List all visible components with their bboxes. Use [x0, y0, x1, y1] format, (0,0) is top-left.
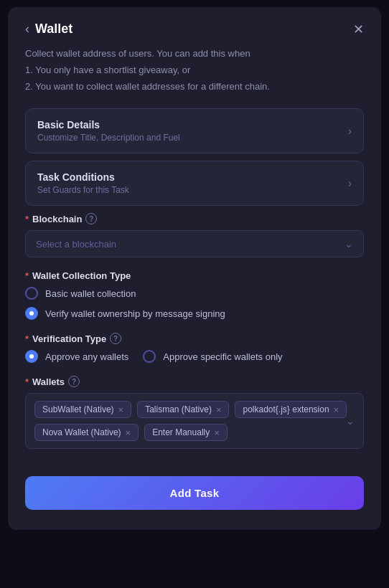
- blockchain-placeholder: Select a blockchain: [36, 239, 116, 250]
- wallets-section: * Wallets ? SubWallet (Native) × Talisma…: [25, 376, 364, 449]
- blockchain-label: * Blockchain ?: [25, 213, 364, 224]
- blockchain-help-icon[interactable]: ?: [85, 213, 97, 224]
- wallet-collection-type-label: * Wallet Collection Type: [25, 270, 364, 281]
- vt-any-radio[interactable]: [25, 350, 38, 363]
- wallet-collection-type-section: * Wallet Collection Type Basic wallet co…: [25, 270, 364, 320]
- wct-basic-label: Basic wallet collection: [45, 288, 136, 299]
- panel-header: ‹ Wallet ✕: [25, 22, 364, 37]
- add-task-button[interactable]: Add Task: [25, 476, 364, 510]
- vt-specific-option[interactable]: Approve specific wallets only: [143, 350, 282, 363]
- tag-subwallet-remove[interactable]: ×: [118, 405, 124, 414]
- task-conditions-chevron: ›: [348, 177, 352, 190]
- wct-verify-label: Verify wallet ownership by message signi…: [45, 308, 225, 319]
- panel-title: Wallet: [35, 22, 72, 37]
- basic-details-content: Basic Details Customize Title, Descripti…: [37, 119, 180, 143]
- tag-nova-label: Nova Wallet (Native): [42, 427, 121, 437]
- vt-any-option[interactable]: Approve any wallets: [25, 350, 128, 363]
- wallets-required-star: *: [25, 376, 29, 387]
- header-left: ‹ Wallet: [25, 22, 72, 37]
- tag-nova: Nova Wallet (Native) ×: [34, 424, 139, 441]
- wct-verify-radio[interactable]: [25, 307, 38, 320]
- wct-required-star: *: [25, 270, 29, 281]
- blockchain-select[interactable]: Select a blockchain ⌄: [25, 230, 364, 257]
- wallets-label-text: Wallets: [32, 376, 65, 387]
- tag-nova-remove[interactable]: ×: [126, 428, 131, 437]
- wallets-tags-container[interactable]: SubWallet (Native) × Talisman (Native) ×…: [25, 393, 364, 449]
- back-button[interactable]: ‹: [25, 22, 29, 37]
- tag-manual-remove[interactable]: ×: [214, 428, 220, 437]
- tag-polkadotjs-remove[interactable]: ×: [334, 405, 339, 414]
- desc-line-2: 2. You want to collect wallet addresses …: [25, 80, 364, 95]
- tag-talisman-label: Talisman (Native): [145, 404, 212, 414]
- vt-label-text: Verification Type: [32, 333, 106, 344]
- tag-polkadotjs: polkadot{.js} extension ×: [235, 401, 347, 418]
- blockchain-label-text: Blockchain: [32, 214, 82, 224]
- overlay: ‹ Wallet ✕ Collect wallet address of use…: [0, 0, 389, 588]
- wallets-chevron-icon: ⌄: [346, 415, 355, 427]
- tag-manual-label: Enter Manually: [152, 427, 210, 437]
- verification-type-label: * Verification Type ?: [25, 333, 364, 344]
- wct-basic-option[interactable]: Basic wallet collection: [25, 287, 364, 300]
- basic-details-subtitle: Customize Title, Description and Fuel: [37, 133, 180, 143]
- blockchain-required-star: *: [25, 214, 29, 224]
- tag-subwallet-label: SubWallet (Native): [42, 404, 114, 414]
- wct-basic-radio[interactable]: [25, 287, 38, 300]
- vt-specific-radio[interactable]: [143, 350, 156, 363]
- tag-manual: Enter Manually ×: [144, 424, 228, 441]
- basic-details-card[interactable]: Basic Details Customize Title, Descripti…: [25, 108, 364, 153]
- tag-subwallet: SubWallet (Native) ×: [34, 401, 131, 418]
- blockchain-section: * Blockchain ? Select a blockchain ⌄: [25, 213, 364, 257]
- vt-specific-label: Approve specific wallets only: [163, 351, 282, 362]
- wallet-collection-type-radio-group: Basic wallet collection Verify wallet ow…: [25, 287, 364, 320]
- task-conditions-title: Task Conditions: [37, 171, 129, 183]
- wallets-help-icon[interactable]: ?: [68, 376, 80, 387]
- verification-type-radio-group: Approve any wallets Approve specific wal…: [25, 350, 364, 363]
- verification-type-section: * Verification Type ? Approve any wallet…: [25, 333, 364, 363]
- close-button[interactable]: ✕: [353, 23, 364, 36]
- description-block: Collect wallet address of users. You can…: [25, 47, 364, 94]
- verification-type-help-icon[interactable]: ?: [110, 333, 121, 344]
- wct-verify-option[interactable]: Verify wallet ownership by message signi…: [25, 307, 364, 320]
- vt-any-label: Approve any wallets: [45, 351, 128, 362]
- wallet-panel: ‹ Wallet ✕ Collect wallet address of use…: [8, 7, 381, 530]
- basic-details-chevron: ›: [348, 125, 352, 138]
- wallets-label: * Wallets ?: [25, 376, 364, 387]
- desc-line-1: 1. You only have a shortlist giveaway, o…: [25, 63, 364, 78]
- task-conditions-subtitle: Set Guards for this Task: [37, 185, 129, 195]
- task-conditions-card[interactable]: Task Conditions Set Guards for this Task…: [25, 161, 364, 206]
- basic-details-title: Basic Details: [37, 119, 180, 131]
- desc-line-0: Collect wallet address of users. You can…: [25, 47, 364, 62]
- tag-polkadotjs-label: polkadot{.js} extension: [243, 404, 329, 414]
- tag-talisman-remove[interactable]: ×: [216, 405, 222, 414]
- task-conditions-content: Task Conditions Set Guards for this Task: [37, 171, 129, 195]
- tag-talisman: Talisman (Native) ×: [137, 401, 229, 418]
- blockchain-chevron-icon: ⌄: [345, 238, 353, 250]
- vt-required-star: *: [25, 333, 29, 344]
- wct-label-text: Wallet Collection Type: [32, 270, 131, 281]
